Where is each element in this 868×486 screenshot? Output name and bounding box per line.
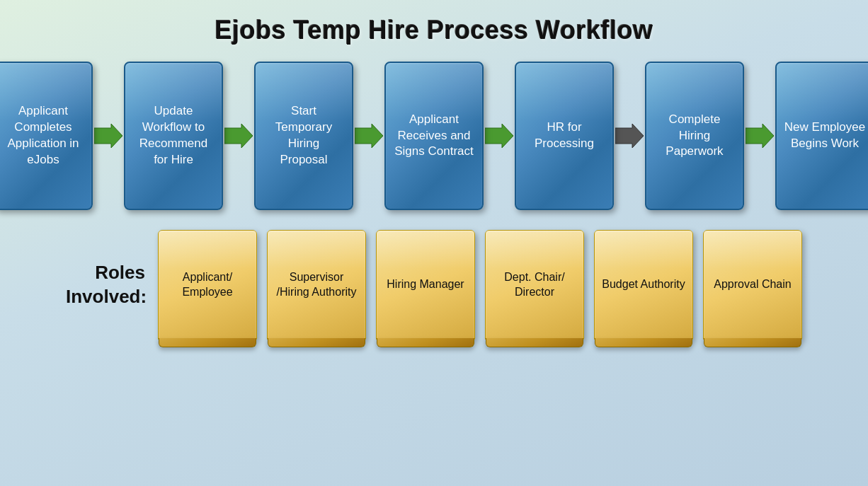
svg-marker-5: [746, 124, 774, 148]
svg-marker-2: [355, 124, 383, 148]
arrow-icon: [484, 120, 515, 151]
role-card-role3: Hiring Manager: [376, 230, 475, 340]
step-step3: Start Temporary Hiring Proposal: [254, 62, 353, 210]
arrow-icon: [353, 120, 384, 151]
roles-section: RolesInvolved: Applicant/ EmployeeSuperv…: [0, 210, 868, 340]
step-step1: Applicant Completes Application in eJobs: [0, 62, 93, 210]
step-step2: Update Workflow to Recommend for Hire: [124, 62, 223, 210]
step-step5: HR for Processing: [515, 62, 614, 210]
role-card-role2: Supervisor /Hiring Authority: [267, 230, 366, 340]
role-card-role6: Approval Chain: [703, 230, 802, 340]
arrow-icon: [93, 120, 124, 151]
svg-marker-4: [615, 124, 644, 148]
svg-marker-1: [224, 124, 253, 148]
role-card-role4: Dept. Chair/ Director: [485, 230, 584, 340]
step-step4: Applicant Receives and Signs Contract: [384, 62, 484, 210]
role-card-role1: Applicant/ Employee: [158, 230, 257, 340]
roles-cards: Applicant/ EmployeeSupervisor /Hiring Au…: [158, 230, 802, 340]
svg-marker-3: [485, 124, 513, 148]
page-title: Ejobs Temp Hire Process Workflow: [0, 0, 868, 58]
arrow-icon: [223, 120, 254, 151]
step-step6: Complete Hiring Paperwork: [645, 62, 744, 210]
workflow-row: Applicant Completes Application in eJobs…: [0, 62, 868, 210]
roles-label: RolesInvolved:: [66, 261, 158, 309]
step-step7: New Employee Begins Work: [775, 62, 868, 210]
arrow-icon: [744, 120, 775, 151]
svg-marker-0: [94, 124, 122, 148]
arrow-icon: [614, 120, 645, 151]
role-card-role5: Budget Authority: [594, 230, 693, 340]
